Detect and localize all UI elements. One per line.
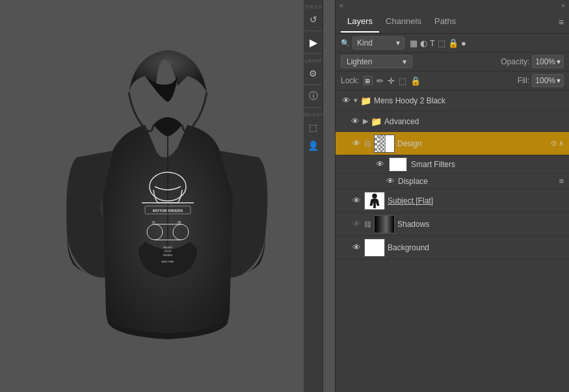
- tool-play[interactable]: ▶: [305, 34, 322, 51]
- layers-panel: « » Layers Channels Paths ≡ 🔍 Kind ▾ ▦ ◐…: [335, 0, 569, 392]
- shadow-gradient: [375, 216, 394, 233]
- thumb-shadows: [374, 215, 395, 233]
- thumb-background: [364, 239, 385, 257]
- lock-move[interactable]: ✛: [388, 76, 395, 86]
- subject-svg: [365, 192, 384, 210]
- chain-design-icon: ⛓: [364, 140, 371, 148]
- kind-dropdown[interactable]: Kind ▾: [352, 36, 404, 49]
- layer-name-advanced: Advanced: [384, 117, 564, 126]
- search-small-icon: 🔍: [341, 39, 350, 47]
- svg-text:RIDING: RIDING: [163, 254, 172, 257]
- blend-chevron: ▾: [403, 57, 406, 66]
- opacity-value: 100%: [535, 57, 555, 66]
- lock-all[interactable]: 🔒: [410, 76, 421, 86]
- tab-layers[interactable]: Layers: [341, 11, 379, 33]
- kind-row: 🔍 Kind ▾ ▦ ◐ T ⬚ 🔒 ●: [336, 34, 569, 53]
- tool-select2[interactable]: 👤: [305, 137, 322, 154]
- svg-text:MOTOR RIDERS: MOTOR RIDERS: [152, 209, 183, 213]
- displace-row[interactable]: 👁 Displace ≡: [336, 174, 569, 189]
- fill-chevron: ▾: [557, 76, 561, 85]
- blend-mode-dropdown[interactable]: Lighten ▾: [341, 55, 412, 68]
- svg-point-16: [372, 193, 377, 198]
- svg-text:NEW YORK: NEW YORK: [161, 261, 174, 263]
- folder-mens-hoody-icon: 📁: [360, 96, 371, 106]
- fill-value: 100%: [535, 76, 555, 85]
- chain-shadows-icon: ⛓: [364, 220, 371, 228]
- kind-icons: ▦ ◐ T ⬚ 🔒 ●: [410, 38, 466, 48]
- opacity-label: Opacity:: [501, 57, 529, 66]
- kind-icon-shape[interactable]: ⬚: [438, 38, 445, 48]
- lock-brush[interactable]: ✏: [377, 76, 384, 86]
- layer-name-background: Background: [388, 243, 564, 252]
- lock-icons: ▦ ✏ ✛ ⬚ 🔒: [364, 76, 421, 86]
- lock-row: Lock: ▦ ✏ ✛ ⬚ 🔒 Fill: 100% ▾: [336, 72, 569, 90]
- visibility-displace[interactable]: 👁: [385, 176, 395, 187]
- visibility-background[interactable]: 👁: [351, 242, 362, 253]
- design-smart-icon[interactable]: ⊙: [551, 139, 557, 148]
- panel-menu-icon[interactable]: ≡: [559, 17, 564, 27]
- layer-name-design: Design: [397, 139, 548, 148]
- tools-label: TOOLS: [304, 4, 322, 10]
- fill-input[interactable]: 100% ▾: [532, 74, 564, 87]
- chevron-mens-hoody[interactable]: ▾: [354, 96, 358, 105]
- chevron-advanced[interactable]: ▶: [363, 117, 368, 125]
- smart-filters-row[interactable]: 👁 Smart Filters: [336, 155, 569, 174]
- hoodie-illustration: MOTOR RIDERS 19 95 NEVER STOP RIDING NEW…: [57, 40, 278, 352]
- visibility-smart-filters[interactable]: 👁: [375, 159, 385, 170]
- select-label: SELECT: [303, 112, 323, 118]
- canvas-area: MOTOR RIDERS 19 95 NEVER STOP RIDING NEW…: [0, 0, 335, 392]
- design-extra: ⊙ ∧: [551, 139, 564, 148]
- opacity-row: Opacity: 100% ▾: [501, 55, 564, 68]
- visibility-shadows[interactable]: 👁: [351, 219, 362, 229]
- layers-list: 👁 ▾ 📁 Mens Hoody 2 Black 👁 ▶ 📁 Advanced …: [336, 90, 569, 392]
- thumb-design-white: [385, 135, 394, 153]
- blend-mode-label: Lighten: [347, 57, 372, 66]
- layer-name-displace: Displace: [398, 177, 556, 186]
- kind-icon-image[interactable]: ▦: [410, 38, 417, 48]
- thumb-smart-filters: [389, 157, 407, 172]
- fill-row: Fill: 100% ▾: [518, 74, 564, 87]
- kind-icon-adjustment[interactable]: ◐: [420, 38, 427, 48]
- kind-chevron: ▾: [396, 38, 400, 47]
- svg-text:19: 19: [152, 220, 155, 224]
- layer-design[interactable]: 👁 ⛓ Design ⊙ ∧: [336, 132, 569, 155]
- svg-text:NEVER: NEVER: [163, 246, 172, 249]
- kind-icon-smart[interactable]: 🔒: [448, 38, 458, 48]
- thumb-design: [374, 135, 395, 153]
- mini-toolbar: TOOLS ↺ ▶ LAYER ⚙ ⓘ SELECT ⬚ 👤: [304, 0, 323, 392]
- layer-mens-hoody-group[interactable]: 👁 ▾ 📁 Mens Hoody 2 Black: [336, 90, 569, 111]
- layer-advanced-group[interactable]: 👁 ▶ 📁 Advanced: [336, 111, 569, 132]
- folder-advanced-icon: 📁: [371, 116, 382, 127]
- tool-select[interactable]: ⬚: [305, 119, 322, 136]
- lock-label: Lock:: [341, 76, 360, 85]
- tool-adjustments[interactable]: ⚙: [305, 65, 322, 82]
- visibility-subject[interactable]: 👁: [351, 196, 362, 206]
- layer-name-shadows: Shadows: [397, 220, 564, 229]
- kind-icon-pin[interactable]: ●: [461, 38, 466, 48]
- visibility-advanced[interactable]: 👁: [350, 116, 360, 127]
- displace-settings-icon[interactable]: ≡: [559, 176, 564, 186]
- visibility-mens-hoody[interactable]: 👁: [341, 96, 351, 106]
- layer-name-smart-filters: Smart Filters: [411, 160, 564, 169]
- layer-shadows[interactable]: 👁 ⛓ Shadows: [336, 213, 569, 236]
- tabs-row: Layers Channels Paths ≡: [336, 10, 569, 34]
- kind-label: Kind: [357, 38, 373, 47]
- design-expand-icon[interactable]: ∧: [559, 139, 564, 148]
- panel-arrows: « »: [336, 0, 569, 10]
- kind-icon-text[interactable]: T: [430, 38, 435, 48]
- opacity-chevron: ▾: [557, 57, 561, 66]
- visibility-design[interactable]: 👁: [351, 138, 362, 149]
- hoodie-container: MOTOR RIDERS 19 95 NEVER STOP RIDING NEW…: [44, 27, 291, 365]
- tool-info[interactable]: ⓘ: [305, 88, 322, 105]
- lock-artboard[interactable]: ⬚: [399, 76, 406, 86]
- layer-subject-flat[interactable]: 👁 Subject [Flat]: [336, 189, 569, 213]
- tool-history[interactable]: ↺: [305, 11, 322, 28]
- tab-channels[interactable]: Channels: [379, 11, 428, 33]
- collapse-left-arrow[interactable]: «: [339, 1, 343, 9]
- layer-background[interactable]: 👁 Background: [336, 236, 569, 259]
- tab-paths[interactable]: Paths: [428, 11, 462, 33]
- lock-checkerboard[interactable]: ▦: [364, 76, 373, 85]
- expand-right-arrow[interactable]: »: [561, 1, 565, 9]
- layer-tools-label: LAYER: [305, 58, 322, 64]
- opacity-input[interactable]: 100% ▾: [532, 55, 564, 68]
